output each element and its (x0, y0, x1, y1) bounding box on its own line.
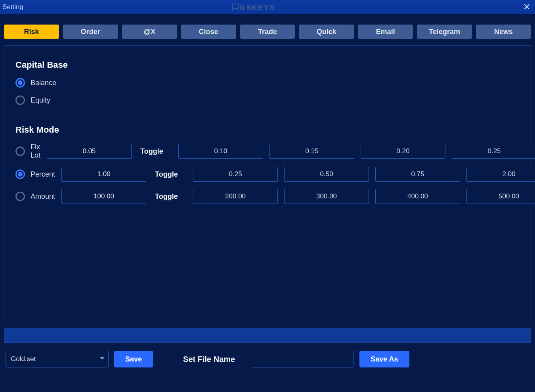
amount-value-input[interactable] (61, 189, 146, 204)
fixlot-preset[interactable] (178, 144, 263, 159)
radio-fixlot[interactable]: Fix Lot (15, 143, 40, 160)
radio-amount[interactable]: Amount (15, 192, 55, 201)
tab-email[interactable]: Email (358, 25, 413, 39)
fixlot-preset[interactable] (269, 144, 354, 159)
percent-preset[interactable] (375, 167, 460, 182)
file-select-value: Gold.set (11, 355, 36, 363)
file-name-input[interactable] (251, 351, 354, 367)
radio-icon (15, 147, 25, 156)
chevron-down-icon (99, 356, 105, 363)
fixlot-value-input[interactable] (47, 144, 132, 159)
radio-icon (15, 169, 25, 179)
risk-mode-section: Risk Mode Fix Lot Toggle (15, 125, 520, 204)
footer: Gold.set Save Set File Name Save As (4, 351, 531, 367)
radio-equity[interactable]: Equity (15, 95, 520, 105)
amount-preset[interactable] (466, 189, 535, 204)
risk-mode-title: Risk Mode (15, 125, 520, 135)
save-as-button[interactable]: Save As (359, 351, 409, 367)
tab-order[interactable]: Order (63, 25, 118, 39)
radio-label: Balance (31, 79, 56, 87)
toggle-label: Toggle (138, 147, 172, 156)
risk-mode-row-percent: Percent Toggle (15, 167, 520, 182)
title-bar: Setting SKEYS ✕ (0, 0, 535, 14)
tab-trade[interactable]: Trade (240, 25, 295, 39)
tab-telegram[interactable]: Telegram (417, 25, 472, 39)
toggle-label: Toggle (153, 170, 187, 179)
amount-preset[interactable] (284, 189, 369, 204)
percent-preset[interactable] (284, 167, 369, 182)
save-button[interactable]: Save (114, 351, 153, 367)
percent-preset[interactable] (193, 167, 278, 182)
amount-preset[interactable] (375, 189, 460, 204)
percent-value-input[interactable] (61, 167, 146, 182)
radio-label: Amount (31, 192, 55, 201)
tab-close[interactable]: Close (181, 25, 236, 39)
radio-balance[interactable]: Balance (15, 78, 520, 88)
risk-mode-row-fixlot: Fix Lot Toggle (15, 143, 520, 160)
radio-icon (15, 78, 25, 88)
radio-percent[interactable]: Percent (15, 169, 55, 179)
capital-base-section: Capital Base Balance Equity (15, 60, 520, 105)
window-title: Setting (2, 3, 23, 11)
risk-mode-row-amount: Amount Toggle (15, 189, 520, 204)
tab-news[interactable]: News (476, 25, 531, 39)
tab-quick[interactable]: Quick (299, 25, 354, 39)
svg-text:SKEYS: SKEYS (246, 3, 275, 12)
brand-logo: SKEYS (232, 2, 303, 12)
radio-icon (15, 95, 25, 105)
amount-preset[interactable] (193, 189, 278, 204)
fixlot-preset[interactable] (361, 144, 445, 159)
capital-base-title: Capital Base (15, 60, 520, 70)
radio-label: Equity (31, 96, 50, 105)
percent-preset[interactable] (466, 167, 535, 182)
main-panel: Capital Base Balance Equity Risk Mode Fi… (4, 45, 531, 322)
toggle-label: Toggle (153, 192, 187, 201)
status-bar (4, 328, 531, 343)
set-file-name-label: Set File Name (183, 355, 235, 364)
radio-icon (15, 192, 25, 201)
tab-at-x[interactable]: @X (122, 25, 177, 39)
close-icon[interactable]: ✕ (521, 2, 533, 12)
radio-label: Fix Lot (31, 143, 40, 160)
svg-point-1 (287, 10, 289, 11)
radio-label: Percent (31, 170, 55, 179)
tabs-row: Risk Order @X Close Trade Quick Email Te… (4, 14, 531, 45)
tab-risk[interactable]: Risk (4, 25, 59, 39)
file-select-dropdown[interactable]: Gold.set (6, 351, 109, 367)
fixlot-preset[interactable] (452, 144, 535, 159)
